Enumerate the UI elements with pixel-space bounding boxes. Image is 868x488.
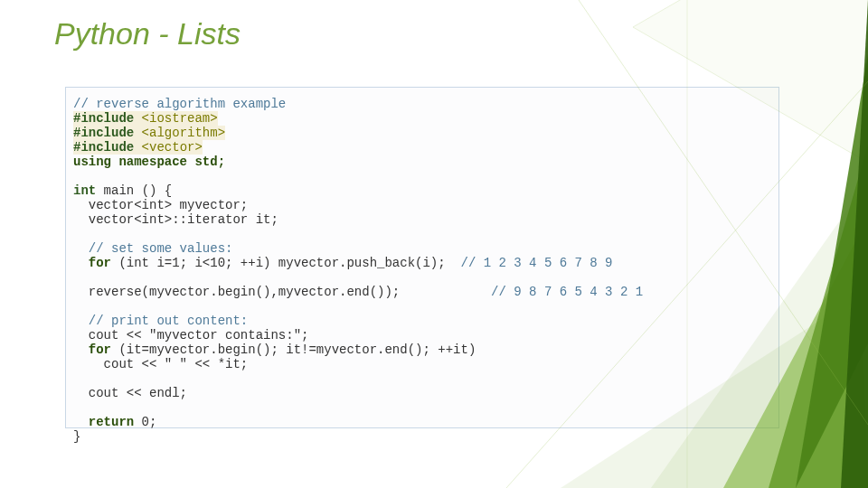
code-preproc: #include [73, 126, 134, 140]
code-box: // reverse algorithm example #include <i… [65, 87, 779, 428]
code-comment: // print out content: [73, 314, 248, 328]
code-line: cout << "myvector contains:"; [73, 328, 308, 343]
code-blank [73, 371, 80, 386]
code-blank [73, 299, 80, 314]
code-keyword: for [73, 343, 111, 357]
code-line: vector<int>::iterator it; [73, 212, 278, 227]
slide-title: Python - Lists [54, 16, 241, 52]
code-comment: // 9 8 7 6 5 4 3 2 1 [491, 285, 643, 299]
code-keyword: return [73, 415, 134, 429]
svg-marker-5 [796, 54, 868, 488]
code-line: 0; [134, 415, 156, 429]
code-blank [73, 169, 80, 183]
svg-marker-6 [841, 0, 868, 488]
code-keyword: for [73, 256, 111, 270]
code-include-file: <algorithm> [134, 126, 225, 140]
code-preproc: #include [73, 140, 134, 155]
code-line: cout << endl; [73, 386, 187, 400]
code-line [400, 285, 491, 299]
code-line: } [73, 429, 80, 444]
code-comment: // reverse algorithm example [73, 97, 286, 111]
code-blank [73, 270, 80, 285]
svg-marker-4 [769, 145, 868, 488]
code-include-file: <vector> [134, 140, 203, 155]
code-line: cout << " " << *it; [73, 357, 248, 371]
code-blank [73, 400, 80, 415]
code-line: (int i=1; i<10; ++i) myvector.push_back(… [111, 256, 460, 270]
code-line: reverse(myvector.begin(),myvector.end())… [73, 285, 400, 299]
code-type: int [73, 183, 96, 198]
code-blank [73, 227, 80, 241]
code-line: using namespace std; [73, 155, 225, 169]
code-line: vector<int> myvector; [73, 198, 248, 212]
code-comment: // 1 2 3 4 5 6 7 8 9 [460, 256, 612, 270]
code-include-file: <iostream> [134, 111, 217, 126]
code-block: // reverse algorithm example #include <i… [73, 97, 773, 444]
code-line: (it=myvector.begin(); it!=myvector.end()… [111, 343, 476, 357]
code-comment: // set some values: [73, 241, 232, 256]
code-line: main () { [96, 183, 172, 198]
slide: Python - Lists // reverse algorithm exam… [0, 0, 868, 488]
code-preproc: #include [73, 111, 134, 126]
